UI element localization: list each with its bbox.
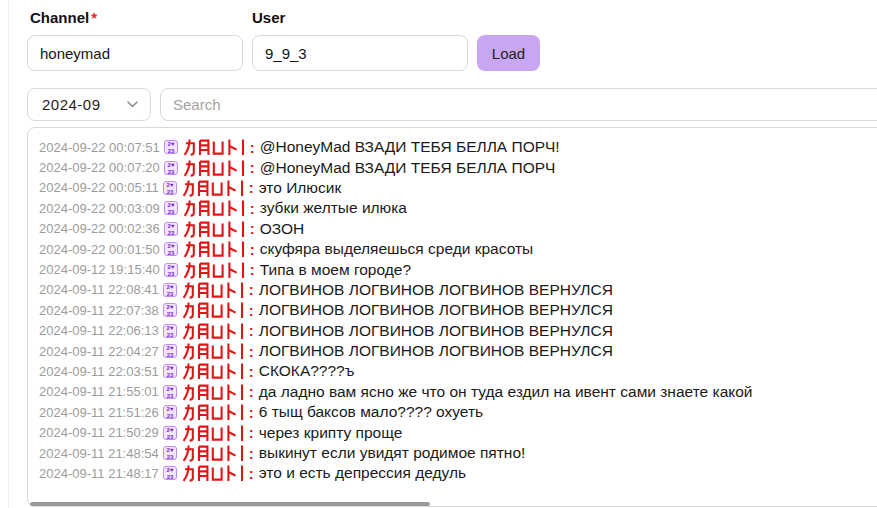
chat-message-row: 2024-09-11 22:07:38 2♥ 23 — [39, 300, 877, 320]
username-glyph-bar — [239, 220, 247, 238]
load-button[interactable]: Load — [477, 35, 540, 71]
chat-message-row: 2024-09-12 19:15:40 2♥ 23 — [39, 259, 877, 279]
username-glyph-moon — [197, 240, 210, 258]
username — [183, 199, 247, 217]
username-colon: : — [249, 445, 254, 462]
username-colon: : — [249, 322, 254, 339]
sub-badge-icon: 2♥ 23 — [163, 364, 177, 378]
channel-label: Channel* — [30, 9, 97, 26]
username-glyph-to — [224, 424, 237, 442]
username-glyph-openbox — [210, 444, 223, 462]
badge-bottom-text: 23 — [166, 372, 173, 378]
message-timestamp: 2024-09-11 22:03:51 — [39, 364, 159, 379]
message-timestamp: 2024-09-11 21:48:54 — [39, 446, 159, 461]
month-select-value: 2024-09 — [42, 96, 101, 113]
username — [182, 424, 246, 442]
username — [182, 322, 246, 340]
username-glyph-bar — [238, 322, 246, 340]
badge-bottom-text: 23 — [167, 229, 174, 235]
username-colon: : — [250, 241, 255, 258]
channel-label-text: Channel — [30, 9, 89, 26]
username-glyph-ka — [183, 240, 196, 258]
message-timestamp: 2024-09-11 22:06:13 — [39, 323, 159, 338]
username-glyph-ka — [182, 179, 195, 197]
username-glyph-openbox — [210, 301, 223, 319]
username-glyph-moon — [196, 301, 209, 319]
username-glyph-to — [224, 322, 237, 340]
username-glyph-to — [224, 383, 237, 401]
username-glyph-moon — [197, 199, 210, 217]
message-timestamp: 2024-09-22 00:03:09 — [39, 201, 160, 216]
username-glyph-ka — [183, 261, 196, 279]
username-glyph-to — [225, 261, 238, 279]
sub-badge-icon: 2♥ 23 — [163, 324, 177, 338]
message-text: @HoneyMad ВЗАДИ ТЕБЯ БЕЛЛА ПОРЧ — [260, 159, 556, 177]
username-glyph-to — [224, 301, 237, 319]
username-glyph-ka — [182, 362, 195, 380]
chat-message-row: 2024-09-11 21:48:54 2♥ 23 — [39, 443, 877, 463]
chat-message-row: 2024-09-11 21:55:01 2♥ 23 — [39, 382, 877, 402]
username-glyph-bar — [239, 240, 247, 258]
username-glyph-to — [225, 220, 238, 238]
chat-message-row: 2024-09-11 21:50:29 2♥ 23 — [39, 422, 877, 442]
message-timestamp: 2024-09-22 00:07:51 — [39, 140, 160, 155]
chat-message-row: 2024-09-11 22:06:13 2♥ 23 — [39, 321, 877, 341]
sub-badge-icon: 2♥ 23 — [163, 283, 177, 297]
badge-top-text: 2♥ — [166, 468, 173, 474]
horizontal-scrollbar-thumb[interactable] — [30, 502, 430, 506]
username — [183, 261, 247, 279]
username-glyph-openbox — [210, 281, 223, 299]
username-glyph-openbox — [210, 322, 223, 340]
username-glyph-ka — [182, 403, 195, 421]
badge-bottom-text: 23 — [166, 189, 173, 195]
username-glyph-openbox — [211, 199, 224, 217]
badge-bottom-text: 23 — [166, 413, 173, 419]
badge-bottom-text: 23 — [166, 474, 173, 480]
badge-bottom-text: 23 — [166, 352, 173, 358]
message-timestamp: 2024-09-22 00:02:36 — [39, 221, 160, 236]
username-glyph-to — [225, 138, 238, 156]
username-glyph-bar — [239, 159, 247, 177]
user-input[interactable] — [252, 35, 468, 71]
username — [182, 383, 246, 401]
username-glyph-ka — [183, 138, 196, 156]
username-glyph-moon — [196, 362, 209, 380]
sub-badge-icon: 2♥ 23 — [163, 426, 177, 440]
chevron-down-icon — [127, 101, 138, 108]
username-colon: : — [250, 159, 255, 176]
search-input[interactable] — [160, 88, 877, 121]
username-glyph-bar — [238, 179, 246, 197]
username-colon: : — [249, 424, 254, 441]
badge-top-text: 2♥ — [166, 447, 173, 453]
sub-badge-icon: 2♥ 23 — [164, 242, 178, 256]
message-text: СКОКА????ъ — [259, 362, 355, 380]
channel-input[interactable] — [27, 35, 243, 71]
message-timestamp: 2024-09-11 21:51:26 — [39, 405, 159, 420]
badge-bottom-text: 23 — [166, 291, 173, 297]
username-glyph-moon — [196, 322, 209, 340]
username-glyph-openbox — [210, 383, 223, 401]
message-text: зубки желтые илюка — [260, 199, 407, 217]
username-glyph-bar — [238, 444, 246, 462]
sub-badge-icon: 2♥ 23 — [164, 263, 178, 277]
username-glyph-to — [224, 362, 237, 380]
username-glyph-moon — [196, 403, 209, 421]
username-glyph-to — [225, 240, 238, 258]
badge-top-text: 2♥ — [167, 244, 174, 250]
content-left-border — [8, 0, 9, 508]
badge-bottom-text: 23 — [166, 433, 173, 439]
username-colon: : — [249, 179, 254, 196]
username-glyph-openbox — [210, 403, 223, 421]
sub-badge-icon: 2♥ 23 — [164, 201, 178, 215]
username — [183, 220, 247, 238]
username-glyph-ka — [182, 281, 195, 299]
username-glyph-bar — [238, 464, 246, 482]
user-label: User — [252, 9, 285, 26]
month-select[interactable]: 2024-09 — [27, 88, 151, 121]
badge-top-text: 2♥ — [166, 386, 173, 392]
username-colon: : — [250, 200, 255, 217]
username — [182, 342, 246, 360]
message-text: Типа в моем городе? — [260, 261, 411, 279]
username-glyph-to — [224, 179, 237, 197]
message-list: 2024-09-22 00:07:51 2♥ 23 — [28, 128, 877, 484]
